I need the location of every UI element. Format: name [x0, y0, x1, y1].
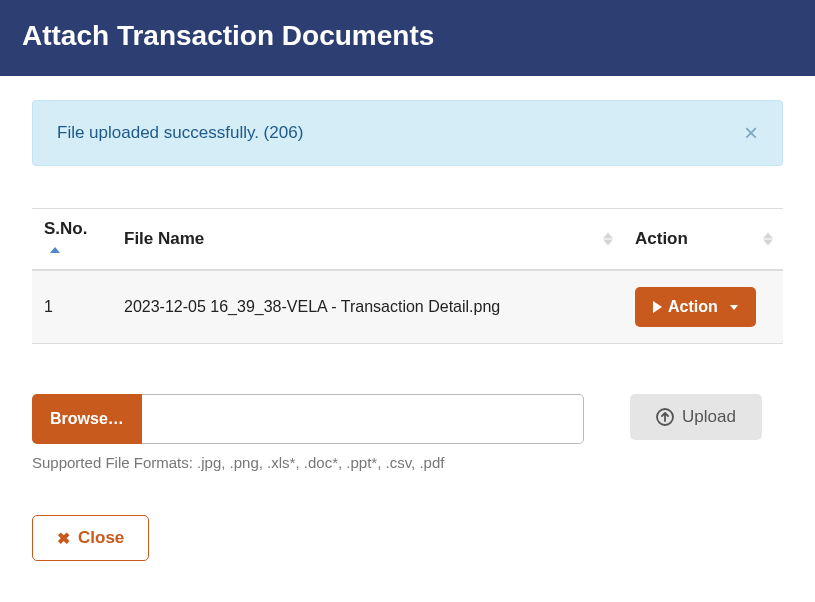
upload-icon: [656, 408, 674, 426]
file-path-input[interactable]: [142, 394, 584, 444]
column-header-sno[interactable]: S.No.: [32, 209, 112, 271]
header-filename-text: File Name: [124, 229, 204, 248]
sort-icon: [763, 233, 773, 246]
alert-close-icon[interactable]: ×: [744, 121, 758, 145]
chevron-down-icon: [730, 305, 738, 310]
header-sno-text: S.No.: [44, 219, 87, 238]
header-action-text: Action: [635, 229, 688, 248]
action-label: Action: [668, 298, 718, 316]
cell-filename: 2023-12-05 16_39_38-VELA - Transaction D…: [112, 270, 623, 344]
browse-button[interactable]: Browse…: [32, 394, 142, 444]
action-dropdown-button[interactable]: Action: [635, 287, 756, 327]
supported-formats-text: Supported File Formats: .jpg, .png, .xls…: [32, 454, 584, 471]
column-header-action[interactable]: Action: [623, 209, 783, 271]
files-table: S.No. File Name Action: [32, 208, 783, 344]
modal-header: Attach Transaction Documents: [0, 0, 815, 76]
cell-sno: 1: [32, 270, 112, 344]
close-button[interactable]: ✖ Close: [32, 515, 149, 561]
close-icon: ✖: [57, 529, 70, 548]
success-alert: File uploaded successfully. (206) ×: [32, 100, 783, 166]
close-label: Close: [78, 528, 124, 548]
sort-icon: [50, 247, 60, 253]
modal-body: File uploaded successfully. (206) × S.No…: [0, 76, 815, 602]
play-icon: [653, 301, 662, 313]
table-row: 1 2023-12-05 16_39_38-VELA - Transaction…: [32, 270, 783, 344]
upload-row: Browse… Supported File Formats: .jpg, .p…: [32, 394, 783, 471]
upload-button[interactable]: Upload: [630, 394, 762, 440]
alert-message: File uploaded successfully. (206): [57, 123, 303, 143]
column-header-filename[interactable]: File Name: [112, 209, 623, 271]
cell-action: Action: [623, 270, 783, 344]
upload-label: Upload: [682, 407, 736, 427]
table-header-row: S.No. File Name Action: [32, 209, 783, 271]
modal-title: Attach Transaction Documents: [22, 20, 434, 51]
file-picker: Browse…: [32, 394, 584, 444]
sort-icon: [603, 233, 613, 246]
attach-documents-modal: Attach Transaction Documents File upload…: [0, 0, 815, 602]
